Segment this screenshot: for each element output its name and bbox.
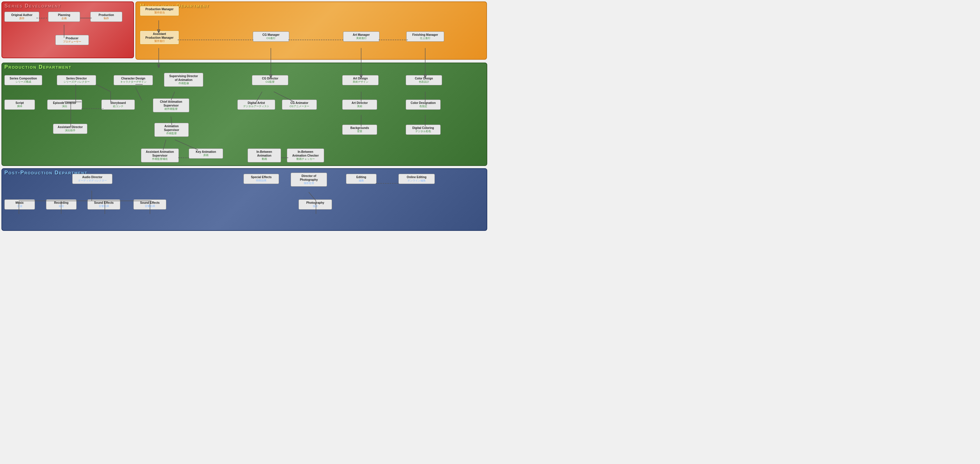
node-dir-photography: Director ofPhotography 撮影監督 xyxy=(291,173,327,187)
node-special-effects: Special Effects 特殊効果 xyxy=(243,174,279,184)
node-music: Music 音楽 xyxy=(4,199,35,210)
node-series-composition: Series Composition シリーズ構成 xyxy=(4,75,42,85)
node-chief-anim-sup: Chief AnimationSupervisor 総作画監督 xyxy=(153,99,189,112)
node-planning: Planning 企画 xyxy=(48,12,80,22)
node-sound-effects-2: Sound Effects 音響効果 xyxy=(134,199,166,210)
node-online-editing: Online Editing オンライン編集 xyxy=(398,174,435,184)
node-cg-director: CG Director CG監督 xyxy=(252,75,288,85)
node-original-author: Original Author 原作 xyxy=(4,12,39,22)
production-title: Production Department xyxy=(4,64,72,70)
node-backgrounds: Backgrounds 背景 xyxy=(342,125,377,135)
node-audio-director: Audio Director オーディオディレクター xyxy=(72,174,112,184)
node-character-design: Character Design キャラクターデザイン xyxy=(114,75,153,85)
node-art-design: Art Design 美術デザイン xyxy=(342,75,379,85)
node-cg-animator: CG Animator CGアニメーター xyxy=(282,100,317,110)
node-digital-artist: Digital Artist デジタルアーティスト xyxy=(237,100,275,110)
node-editing: Editing 編集 xyxy=(346,174,377,184)
node-inbetween-checker: In-BetweenAnimation Checker 動画チェッカー xyxy=(287,148,324,162)
node-sup-dir-animation: Supervising Directorof Animation 作画監修 xyxy=(164,73,203,87)
node-asst-anim-sup: Assistant AnimationSupervisor 作画監督補佐 xyxy=(141,148,179,162)
node-recording: Recording 録音 xyxy=(46,199,76,210)
dots-edit-online: ··· xyxy=(377,181,382,185)
dots-ep-storyboard: ··· xyxy=(83,106,88,110)
main-diagram: Series Development Management Department… xyxy=(0,0,490,232)
dots-asst-key: ··· xyxy=(180,156,184,159)
node-producer: Producer プロデューサー xyxy=(55,35,89,45)
node-photography: Photography 撮影 xyxy=(299,199,332,210)
node-anim-supervisor: AnimationSupervisor 作画監督 xyxy=(154,123,189,137)
node-series-director: Series Director シリーズディレクター xyxy=(57,75,96,85)
node-production-box: Production 制作 xyxy=(90,12,123,22)
node-asst-prod-manager: AssistantProduction Manager 製作進行 xyxy=(140,30,179,44)
node-key-animation: Key Animation 原画 xyxy=(189,148,223,159)
management-section-bg xyxy=(135,2,487,60)
node-storyboard: Storyboard 絵コンテ xyxy=(101,100,135,110)
dots-orig-planning: ··· xyxy=(40,17,45,21)
node-color-design: Color Design 色彩設計 xyxy=(406,75,442,85)
node-art-director: Art Director 美術 xyxy=(342,100,377,110)
node-finishing-manager: Finishing Manager 仕上進行 xyxy=(406,32,444,41)
node-cg-manager: CG Manager CG進行 xyxy=(253,32,289,41)
node-inbetween-anim: In-BetweenAnimation 動画 xyxy=(248,148,281,162)
node-episode-director: Episode Director 演出 xyxy=(47,100,82,110)
series-title: Series Development xyxy=(4,3,61,9)
node-sound-effects-1: Sound Effects 音響効果 xyxy=(88,199,120,210)
node-art-manager: Art Manager 美術進行 xyxy=(343,32,379,41)
node-prod-manager: Production Manager 製作担当 xyxy=(140,6,179,16)
node-script: Script 脚本 xyxy=(4,100,35,110)
node-digital-coloring: Digital Coloring デジタル彩色 xyxy=(406,125,441,135)
node-color-designation: Color Designation 色指定 xyxy=(406,100,441,110)
node-asst-director: Assistant Director 演出助手 xyxy=(53,124,88,134)
series-section-bg xyxy=(2,2,134,58)
